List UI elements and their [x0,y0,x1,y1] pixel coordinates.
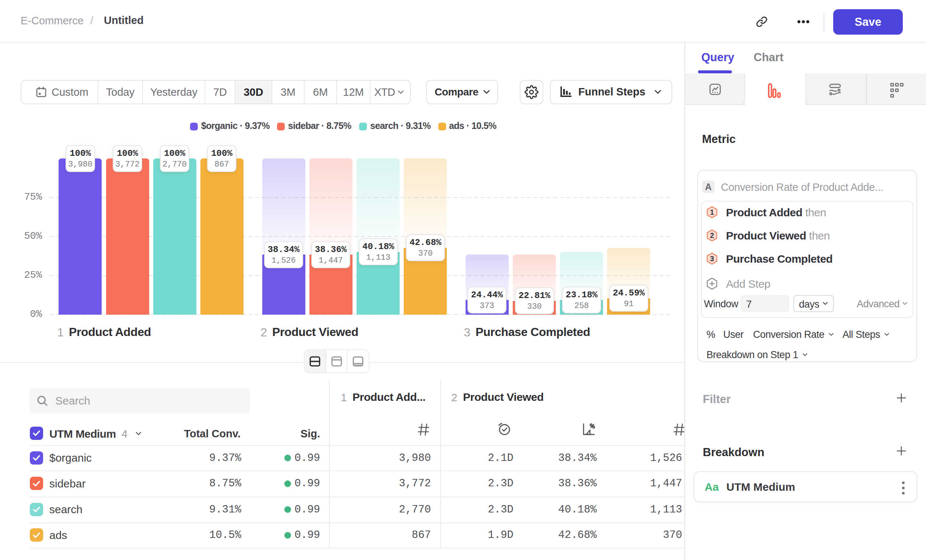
svg-text:3: 3 [710,254,714,263]
svg-text:1: 1 [710,208,714,216]
svg-text:2: 2 [710,232,714,239]
